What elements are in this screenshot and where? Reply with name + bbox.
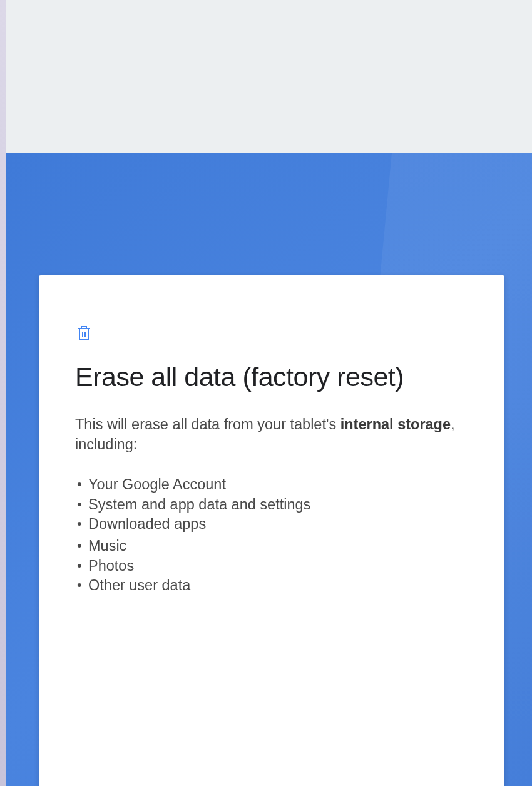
screen-frame: Erase all data (factory reset) This will… [0,0,532,786]
list-item: Other user data [77,576,474,596]
erase-items-list: Your Google Account System and app data … [75,475,474,596]
header-panel [6,0,532,153]
factory-reset-card: Erase all data (factory reset) This will… [39,275,504,786]
list-item: Downloaded apps [77,514,474,534]
content-background: Erase all data (factory reset) This will… [6,153,532,786]
dialog-description: This will erase all data from your table… [75,415,474,454]
list-item: Your Google Account [77,475,474,495]
list-item: Photos [77,556,474,576]
description-emphasis-text: internal storage [340,416,451,432]
list-item: System and app data and settings [77,495,474,515]
trash-icon [76,324,91,342]
dialog-title: Erase all data (factory reset) [75,362,474,392]
list-item: Music [77,536,474,556]
description-prefix-text: This will erase all data from your table… [75,416,340,432]
